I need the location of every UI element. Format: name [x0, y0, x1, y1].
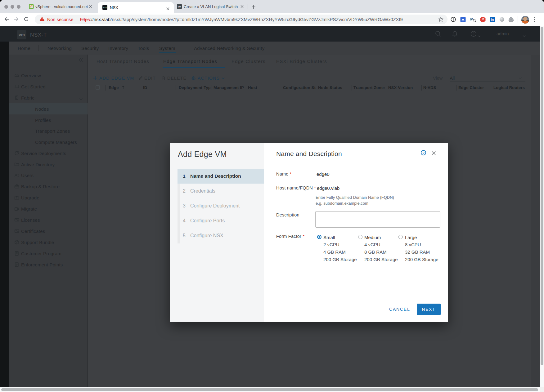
- step-number: 2: [183, 188, 186, 194]
- host-input[interactable]: edge0.vlab: [317, 185, 339, 191]
- required-asterisk: *: [301, 234, 304, 239]
- host-input-underline: [315, 192, 440, 192]
- nsx-favicon-icon: NSX: [102, 5, 107, 10]
- address-bar[interactable]: Non sécurisé https://nsx.vlab/nsx/#/app/…: [35, 15, 447, 24]
- radio-small-label[interactable]: Small: [323, 235, 335, 240]
- tab-close-icon[interactable]: [89, 4, 92, 9]
- extension-download-icon[interactable]: [460, 17, 466, 24]
- spec-medium-ram: 8 GB RAM: [364, 249, 387, 255]
- description-label: Description: [276, 212, 299, 217]
- tab-separator: [248, 4, 248, 9]
- tab-nsx-active[interactable]: NSX NSX: [98, 2, 174, 13]
- spec-small-storage: 200 GB Storage: [323, 257, 357, 262]
- spec-medium-storage: 200 GB Storage: [364, 257, 398, 262]
- wizard-step-4[interactable]: 4 Configure Ports: [178, 213, 264, 228]
- radio-large[interactable]: [398, 235, 403, 239]
- extension-ghostery-icon[interactable]: [499, 17, 505, 23]
- step-label: Credentials: [190, 188, 215, 194]
- extension-adblock-icon[interactable]: [480, 17, 486, 24]
- extension-info-icon[interactable]: [451, 17, 456, 23]
- tab-title: Create a VLAN Logical Switch f: [184, 4, 239, 9]
- vertical-scrollbar-thumb[interactable]: [541, 27, 543, 365]
- radio-medium-label[interactable]: Medium: [364, 235, 381, 240]
- required-asterisk: *: [313, 185, 316, 190]
- step-number: 5: [183, 233, 186, 238]
- spec-medium-cpu: 4 vCPU: [364, 242, 380, 247]
- spec-small-ram: 4 GB RAM: [323, 249, 346, 255]
- security-warning-label[interactable]: Non sécurisé: [47, 17, 74, 22]
- name-input-underline: [315, 178, 440, 178]
- toolbar-separator: [518, 16, 518, 23]
- tab-close-icon[interactable]: [166, 6, 169, 11]
- help-icon[interactable]: ?: [421, 150, 426, 155]
- tab-vsphere[interactable]: vSphere - vulcain.naoned.net -: [29, 0, 98, 13]
- wizard-sidebar: Add Edge VM 1 Name and Description 2 Cre…: [170, 143, 264, 322]
- browser-tab-strip: vSphere - vulcain.naoned.net - NSX NSX v…: [0, 0, 544, 13]
- field-label-text: Name: [276, 172, 288, 176]
- radio-small[interactable]: [317, 235, 321, 239]
- add-edge-vm-dialog: Add Edge VM 1 Name and Description 2 Cre…: [170, 143, 448, 322]
- form-factor-label: Form Factor *: [276, 234, 304, 239]
- window-close-button[interactable]: [4, 5, 8, 9]
- vmware-favicon-icon: vm: [177, 4, 182, 9]
- spec-small-cpu: 2 vCPU: [323, 242, 339, 247]
- wizard-step-2[interactable]: 2 Credentials: [178, 184, 264, 198]
- svg-text:IP: IP: [470, 18, 473, 21]
- window-zoom-button[interactable]: [17, 5, 20, 9]
- spec-large-cpu: 8 vCPU: [405, 242, 421, 247]
- radio-medium[interactable]: [358, 235, 362, 239]
- profile-avatar[interactable]: [521, 16, 529, 25]
- radio-large-label[interactable]: Large: [405, 235, 417, 240]
- host-label: Host name/FQDN *: [276, 185, 316, 190]
- omnibox-separator: [77, 17, 77, 23]
- step-number: 4: [183, 218, 186, 224]
- scrollbar-corner: [540, 387, 544, 392]
- wizard-step-1[interactable]: 1 Name and Description: [178, 169, 264, 184]
- nsx-favicon-text: NSX: [103, 7, 107, 8]
- extension-linkedin-icon[interactable]: in: [490, 17, 495, 24]
- wizard-step-3[interactable]: 3 Configure Deployment: [178, 198, 264, 213]
- description-textarea[interactable]: [315, 211, 440, 228]
- next-button[interactable]: NEXT: [417, 304, 441, 315]
- window-minimize-button[interactable]: [11, 5, 14, 9]
- back-icon[interactable]: [4, 16, 10, 23]
- security-warning-icon[interactable]: [39, 16, 45, 22]
- required-asterisk: *: [288, 172, 291, 176]
- horizontal-scrollbar[interactable]: [0, 387, 540, 392]
- vm-favicon-text: vm: [178, 6, 181, 8]
- browser-menu-icon[interactable]: [534, 17, 535, 23]
- field-label-text: Form Factor: [276, 234, 301, 239]
- cancel-button[interactable]: CANCEL: [389, 307, 410, 312]
- horizontal-scrollbar-thumb[interactable]: [1, 388, 538, 391]
- vsphere-favicon-icon: [29, 4, 34, 9]
- url-path: /nsx/#/app/system/home/nodes?p=dmlldz1mY…: [110, 17, 403, 22]
- host-help-line1: Enter Fully Qualified Domain Name (FQDN): [316, 195, 394, 200]
- svg-text:in: in: [491, 18, 494, 21]
- host-help-line2: e.g. subdomain.example.com: [316, 201, 368, 206]
- step-number: 3: [183, 203, 186, 209]
- extension-drive-icon[interactable]: [508, 17, 514, 23]
- close-icon[interactable]: [432, 151, 436, 156]
- dialog-title: Add Edge VM: [178, 150, 227, 159]
- step-label: Configure Ports: [190, 218, 225, 224]
- url-text[interactable]: https://nsx.vlab/nsx/#/app/system/home/n…: [80, 17, 403, 22]
- reload-icon[interactable]: [24, 16, 29, 23]
- step-number: 1: [183, 173, 186, 179]
- tab-title: NSX: [110, 5, 118, 10]
- tab-close-icon[interactable]: [241, 4, 244, 9]
- spec-large-storage: 200 GB Storage: [405, 257, 438, 262]
- extension-ip-lookup-icon[interactable]: IP: [470, 17, 476, 24]
- name-label: Name *: [276, 172, 292, 176]
- bookmark-star-icon[interactable]: [438, 17, 443, 23]
- tab-vlan-doc[interactable]: vm Create a VLAN Logical Switch f: [177, 0, 246, 13]
- step-label: Name and Description: [190, 173, 241, 179]
- field-label-text: Host name/FQDN: [276, 185, 313, 190]
- wizard-step-5[interactable]: 5 Configure NSX: [178, 228, 264, 243]
- url-scheme: https: [80, 17, 90, 22]
- step-label: Configure Deployment: [190, 203, 240, 209]
- browser-toolbar: Non sécurisé https://nsx.vlab/nsx/#/app/…: [0, 13, 544, 26]
- new-tab-button[interactable]: [251, 5, 256, 10]
- forward-icon[interactable]: [13, 16, 19, 23]
- vertical-scrollbar[interactable]: [540, 26, 544, 387]
- name-input[interactable]: edge0: [317, 172, 330, 177]
